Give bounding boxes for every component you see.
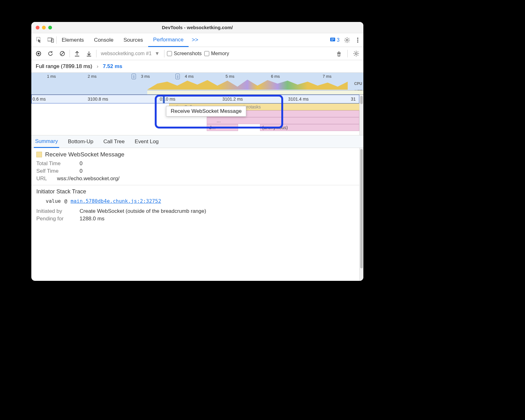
svg-rect-2 (51, 39, 54, 42)
breadcrumb: Full range (7899.18 ms) › 7.52 ms (31, 60, 363, 73)
separator (96, 50, 96, 57)
url-value: wss://echo.websocket.org/ (57, 176, 119, 182)
memory-label: Memory (211, 51, 229, 56)
tab-sources[interactable]: Sources (118, 33, 148, 47)
svg-point-7 (357, 41, 358, 43)
pending-for-label: Pending for (36, 216, 74, 222)
tab-call-tree[interactable]: Call Tree (102, 135, 126, 148)
detail-tabs: Summary Bottom-Up Call Tree Event Log (31, 135, 363, 148)
overview-handle-right[interactable]: || (175, 74, 180, 79)
tabs-overflow-button[interactable]: >> (189, 37, 201, 43)
tab-performance[interactable]: Performance (148, 34, 189, 47)
svg-rect-11 (338, 53, 340, 56)
overview-tick: 7 ms (323, 74, 331, 79)
stack-source-link[interactable]: main.5780db4e.chunk.js:2:32752 (70, 198, 161, 204)
screenshots-checkbox[interactable]: Screenshots (167, 51, 202, 56)
overview-tick: 1 ms (47, 74, 56, 79)
zoom-window-button[interactable] (48, 26, 52, 29)
reload-button[interactable] (46, 49, 55, 58)
chevron-right-icon: › (96, 63, 98, 70)
flame-bar-d[interactable]: d… (207, 124, 238, 131)
flame-bar-anonymous[interactable]: (anonymous) (260, 124, 359, 131)
separator (70, 50, 70, 57)
separator (164, 50, 164, 57)
stack-frame: value @ main.5780db4e.chunk.js:2:32752 (36, 198, 358, 204)
close-window-button[interactable] (36, 26, 39, 29)
tab-event-log[interactable]: Event Log (133, 135, 160, 148)
self-time-label: Self Time (36, 168, 74, 174)
tab-console[interactable]: Console (89, 33, 118, 47)
tab-bottom-up[interactable]: Bottom-Up (67, 135, 95, 148)
flame-tick: 3101.4 ms (288, 97, 309, 102)
download-button[interactable] (84, 49, 94, 58)
issues-count: 3 (337, 37, 340, 43)
checkbox-icon (167, 51, 172, 56)
screenshots-label: Screenshots (174, 51, 202, 56)
flame-chart[interactable]: 0.6 ms 3100.8 ms 01.0 ms 3101.2 ms 3101.… (31, 95, 363, 135)
flame-tick: 0.6 ms (33, 97, 46, 102)
panel-tabs: Elements Console Sources Performance >> … (31, 33, 363, 47)
flame-tick: 3101.2 ms (222, 97, 243, 102)
summary-panel: Receive WebSocket Message Total Time 0 S… (31, 148, 363, 281)
titlebar: DevTools - websocketking.com/ (31, 22, 363, 33)
target-label: websocketking.com #1 (101, 51, 152, 56)
net-strip (147, 90, 363, 94)
svg-point-4 (346, 39, 348, 41)
cpu-activity-graph (147, 80, 348, 90)
full-range-label[interactable]: Full range (7899.18 ms) (36, 63, 92, 70)
stack-fn: value (46, 198, 61, 204)
url-label: URL (36, 176, 51, 182)
summary-scrollbar[interactable] (359, 148, 363, 281)
stack-at: @ (64, 198, 67, 204)
svg-point-13 (355, 53, 357, 55)
garbage-collect-button[interactable] (334, 49, 344, 58)
window-title: DevTools - websocketking.com/ (162, 25, 233, 30)
overview-tick: 3 ms (141, 74, 150, 79)
summary-title-row: Receive WebSocket Message (36, 151, 358, 158)
svg-line-9 (61, 52, 64, 55)
flame-scrollbar[interactable] (359, 95, 363, 135)
scrollbar-thumb[interactable] (360, 96, 363, 104)
stack-trace-header: Initiator Stack Trace (36, 188, 358, 195)
scrollbar-thumb[interactable] (360, 149, 363, 268)
clear-button[interactable] (58, 49, 67, 58)
total-time-label: Total Time (36, 160, 74, 167)
self-time-value: 0 (80, 168, 82, 174)
window-controls (36, 26, 52, 29)
event-color-swatch (36, 152, 42, 157)
tab-elements[interactable]: Elements (57, 33, 89, 47)
divider (31, 185, 363, 185)
inspect-icon[interactable] (34, 37, 45, 43)
upload-button[interactable] (72, 49, 82, 58)
flame-marker (163, 95, 165, 103)
flame-tooltip: Receive WebSocket Message (166, 106, 246, 117)
memory-checkbox[interactable]: Memory (204, 51, 229, 56)
chevron-down-icon: ▼ (155, 51, 160, 56)
timeline-overview[interactable]: 1 ms 2 ms 3 ms 4 ms 5 ms 6 ms 7 ms || ||… (31, 73, 363, 95)
device-toggle-icon[interactable] (45, 38, 56, 43)
svg-point-5 (357, 38, 358, 39)
total-time-value: 0 (80, 160, 82, 167)
flame-bar-row3[interactable]: … (207, 117, 359, 124)
performance-toolbar: websocketking.com #1 ▼ Screenshots Memor… (31, 47, 363, 60)
checkbox-icon (204, 51, 209, 56)
devtools-window: DevTools - websocketking.com/ Elements C… (31, 22, 363, 281)
overview-tick: 5 ms (226, 74, 234, 79)
overview-tick: 4 ms (185, 74, 194, 79)
flame-tick: 31 (351, 97, 356, 102)
kebab-menu-icon[interactable] (355, 37, 361, 43)
overview-handle-left[interactable]: || (132, 74, 136, 79)
overview-tick: 6 ms (271, 74, 280, 79)
target-dropdown[interactable]: websocketking.com #1 ▼ (99, 51, 162, 56)
tab-summary[interactable]: Summary (34, 136, 59, 148)
capture-settings-gear-icon[interactable] (351, 49, 361, 58)
summary-title: Receive WebSocket Message (45, 151, 124, 158)
minimize-window-button[interactable] (42, 26, 46, 29)
cpu-label: CPU (354, 81, 362, 86)
svg-point-6 (357, 39, 358, 41)
settings-gear-icon[interactable] (344, 37, 350, 43)
initiated-by-label: Initiated by (36, 208, 74, 214)
record-button[interactable] (34, 49, 43, 58)
issues-counter[interactable]: 3 (330, 37, 340, 43)
selected-range[interactable]: 7.52 ms (103, 63, 122, 70)
